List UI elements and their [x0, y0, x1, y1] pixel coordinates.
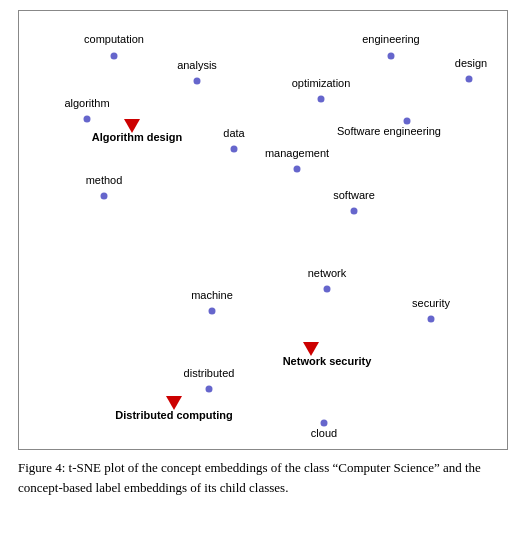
- label-cloud: cloud: [311, 427, 337, 439]
- dot-algorithm: [84, 116, 91, 123]
- label-engineering: engineering: [362, 33, 420, 45]
- scatter-plot: computation engineering analysis design …: [18, 10, 508, 450]
- dot-distributed: [206, 386, 213, 393]
- triangle-distributed-computing: [166, 396, 182, 410]
- dot-design: [466, 76, 473, 83]
- label-software: software: [333, 189, 375, 201]
- label-security: security: [412, 297, 450, 309]
- dot-method: [101, 193, 108, 200]
- label-design: design: [455, 57, 487, 69]
- label-distributed-computing: Distributed computing: [115, 409, 232, 421]
- triangle-network-security: [303, 342, 319, 356]
- label-distributed: distributed: [184, 367, 235, 379]
- label-computation: computation: [84, 33, 144, 45]
- label-management: management: [265, 147, 329, 159]
- dot-engineering: [388, 53, 395, 60]
- dot-data: [231, 146, 238, 153]
- label-network: network: [308, 267, 347, 279]
- dot-software-engineering: [404, 118, 411, 125]
- dot-management: [294, 166, 301, 173]
- label-optimization: optimization: [292, 77, 351, 89]
- label-algorithm-design: Algorithm design: [92, 131, 182, 143]
- dot-security: [428, 316, 435, 323]
- label-data: data: [223, 127, 244, 139]
- dot-analysis: [194, 78, 201, 85]
- label-machine: machine: [191, 289, 233, 301]
- dot-network: [324, 286, 331, 293]
- dot-cloud: [321, 420, 328, 427]
- label-analysis: analysis: [177, 59, 217, 71]
- dot-software: [351, 208, 358, 215]
- label-algorithm: algorithm: [64, 97, 109, 109]
- caption-text: Figure 4: t-SNE plot of the concept embe…: [18, 460, 481, 495]
- label-method: method: [86, 174, 123, 186]
- dot-optimization: [318, 96, 325, 103]
- label-software-engineering: Software engineering: [337, 125, 441, 137]
- dot-machine: [209, 308, 216, 315]
- dot-computation: [111, 53, 118, 60]
- figure-caption: Figure 4: t-SNE plot of the concept embe…: [18, 458, 508, 497]
- label-network-security: Network security: [283, 355, 372, 367]
